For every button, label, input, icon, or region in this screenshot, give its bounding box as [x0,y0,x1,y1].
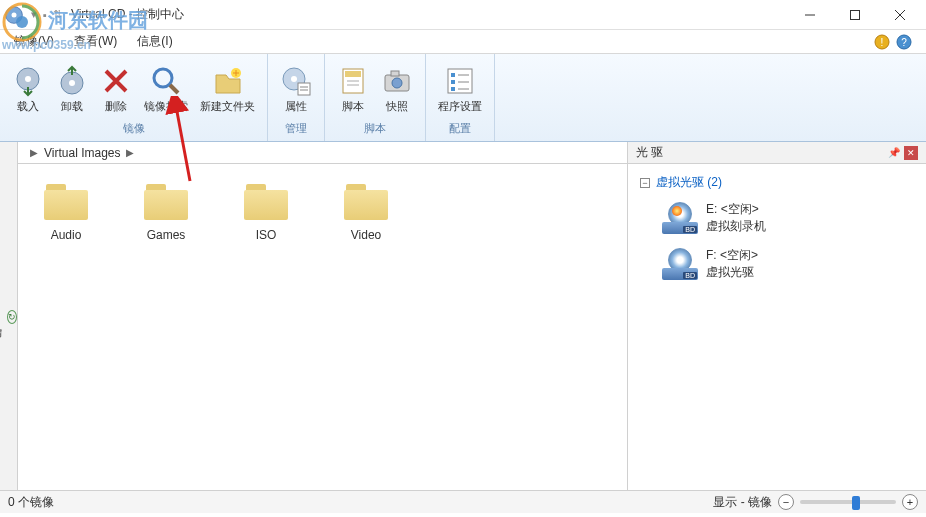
folder-label: ISO [256,228,277,242]
drive-icon: BD [662,202,698,234]
folder-icon [342,180,390,220]
script-button[interactable]: 脚本 [331,57,375,121]
collapse-icon[interactable]: − [640,178,650,188]
about-icon[interactable]: ? [896,34,912,50]
status-count: 0 个镜像 [8,494,54,511]
ribbon: 载入 卸载 删除 镜像搜索 新建文件夹 镜像 属性 管理 脚本 快照 脚本 程序… [0,54,926,142]
drive-item[interactable]: BDE: <空闲>虚拟刻录机 [634,195,920,241]
pin-icon[interactable]: 📌 [888,147,900,158]
menu-image[interactable]: 镜像(V) [14,33,54,50]
folder-item[interactable]: Video [330,180,402,242]
folder-item[interactable]: ISO [230,180,302,242]
menu-bar: 镜像(V) 查看(W) 信息(I) ! ? [0,30,926,54]
window-title: Virtual CD - 控制中心 [71,6,184,23]
breadcrumb[interactable]: ▶ Virtual Images ▶ [18,142,627,164]
maximize-button[interactable] [832,1,877,29]
search-button[interactable]: 镜像搜索 [138,57,194,121]
status-display-mode: 显示 - 镜像 [713,494,772,511]
svg-point-1 [12,12,17,17]
menu-info[interactable]: 信息(I) [137,33,172,50]
menu-view[interactable]: 查看(W) [74,33,117,50]
svg-point-26 [392,78,402,88]
ribbon-group-manage: 管理 [285,121,307,138]
ribbon-group-image: 镜像 [123,121,145,138]
svg-text:!: ! [881,37,884,48]
drives-panel-title: 光 驱 [636,144,663,161]
snapshot-button[interactable]: 快照 [375,57,419,121]
drives-tree-header[interactable]: − 虚拟光驱 (2) [634,170,920,195]
titlebar-dropdown-icon[interactable]: ▾ [31,8,37,21]
breadcrumb-arrow-icon[interactable]: ▶ [30,147,38,158]
properties-button[interactable]: 属性 [274,57,318,121]
breadcrumb-arrow-icon[interactable]: ▶ [126,147,134,158]
folder-label: Games [147,228,186,242]
svg-point-13 [69,80,75,86]
drive-letter: E: <空闲> [706,201,766,218]
zoom-thumb[interactable] [852,496,860,510]
svg-rect-33 [451,87,455,91]
svg-line-15 [170,85,178,93]
svg-rect-3 [850,10,859,19]
zoom-in-button[interactable]: + [902,494,918,510]
breadcrumb-root[interactable]: Virtual Images [44,146,120,160]
zoom-out-button[interactable]: − [778,494,794,510]
folder-item[interactable]: Audio [30,180,102,242]
drive-item[interactable]: BDF: <空闲>虚拟光驱 [634,241,920,287]
left-rail: ↻ 目录结构 [0,142,18,490]
minimize-button[interactable] [787,1,832,29]
drive-type: 虚拟刻录机 [706,218,766,235]
title-bar: ▾ ▪ ⇅ Virtual CD - 控制中心 [0,0,926,30]
svg-rect-19 [298,83,310,95]
folder-label: Audio [51,228,82,242]
folder-icon [42,180,90,220]
drive-icon: BD [662,248,698,280]
svg-rect-29 [451,73,455,77]
settings-button[interactable]: 程序设置 [432,57,488,121]
folder-icon [142,180,190,220]
svg-rect-27 [391,71,399,76]
folder-label: Video [351,228,381,242]
drive-letter: F: <空闲> [706,247,758,264]
help-icon[interactable]: ! [874,34,890,50]
drives-panel-header: 光 驱 📌 ✕ [628,142,926,164]
zoom-slider[interactable] [800,500,896,504]
delete-button[interactable]: 删除 [94,57,138,121]
ribbon-group-config: 配置 [449,121,471,138]
ribbon-group-script: 脚本 [364,121,386,138]
svg-point-18 [291,76,297,82]
drive-type: 虚拟光驱 [706,264,758,281]
new-folder-button[interactable]: 新建文件夹 [194,57,261,121]
titlebar-separator: ▪ [43,9,47,21]
folder-view[interactable]: AudioGamesISOVideo [18,164,627,490]
load-button[interactable]: 载入 [6,57,50,121]
drives-panel: 光 驱 📌 ✕ − 虚拟光驱 (2) BDE: <空闲>虚拟刻录机BDF: <空… [628,142,926,490]
panel-close-icon[interactable]: ✕ [904,146,918,160]
svg-rect-31 [451,80,455,84]
svg-text:?: ? [901,37,907,48]
main-pane: ▶ Virtual Images ▶ AudioGamesISOVideo [18,142,628,490]
app-icon [4,5,24,25]
svg-point-14 [154,69,172,87]
folder-item[interactable]: Games [130,180,202,242]
drives-tree-title: 虚拟光驱 (2) [656,174,722,191]
status-bar: 0 个镜像 显示 - 镜像 − + [0,490,926,513]
unload-button[interactable]: 卸载 [50,57,94,121]
close-button[interactable] [877,1,922,29]
svg-point-11 [25,76,31,82]
refresh-icon[interactable]: ↻ [7,310,17,324]
folder-icon [242,180,290,220]
titlebar-overflow-icon[interactable]: ⇅ [53,8,62,21]
